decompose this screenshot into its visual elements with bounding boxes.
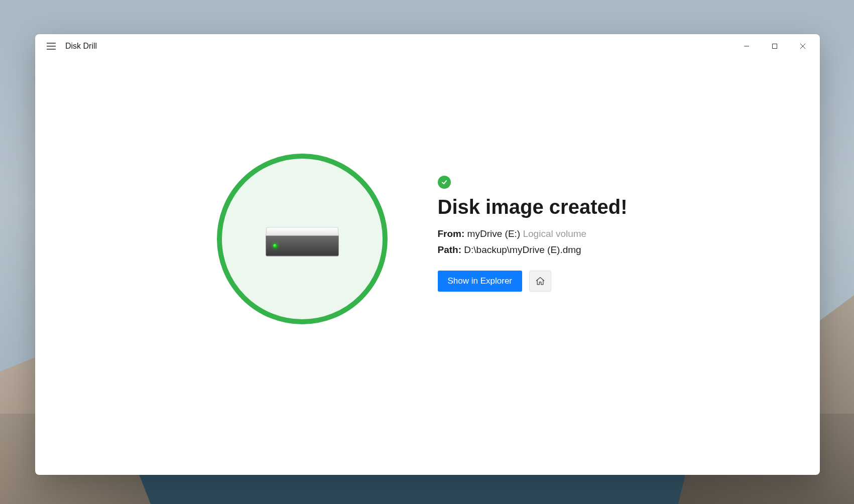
button-row: Show in Explorer [438,271,639,292]
from-label: From: [438,228,465,239]
success-illustration [217,154,388,324]
window-controls [733,36,817,56]
maximize-icon [772,43,778,49]
drive-face [266,235,339,257]
path-label: Path: [438,244,462,255]
minimize-icon [744,43,750,49]
hamburger-icon [47,43,56,50]
app-window: Disk Drill [35,34,820,475]
success-check-badge [438,176,451,189]
drive-led-icon [273,244,277,248]
svg-rect-4 [773,44,777,49]
minimize-button[interactable] [733,36,761,56]
close-button[interactable] [789,36,817,56]
maximize-button[interactable] [761,36,789,56]
menu-button[interactable] [41,36,61,56]
main-content: Disk image created! From: myDrive (E:) L… [35,58,820,475]
app-title: Disk Drill [65,42,97,51]
path-value: D:\backup\myDrive (E).dmg [464,244,581,255]
path-line: Path: D:\backup\myDrive (E).dmg [438,244,639,256]
from-line: From: myDrive (E:) Logical volume [438,228,639,239]
show-in-explorer-button[interactable]: Show in Explorer [438,271,523,292]
home-button[interactable] [529,271,551,292]
drive-top [266,227,339,235]
from-type: Logical volume [523,228,586,239]
close-icon [800,43,806,49]
check-icon [441,179,448,186]
drive-icon [266,226,339,257]
titlebar: Disk Drill [35,34,820,58]
from-value: myDrive (E:) [467,228,521,239]
home-icon [535,276,545,286]
result-heading: Disk image created! [438,196,639,218]
info-column: Disk image created! From: myDrive (E:) L… [438,154,639,292]
